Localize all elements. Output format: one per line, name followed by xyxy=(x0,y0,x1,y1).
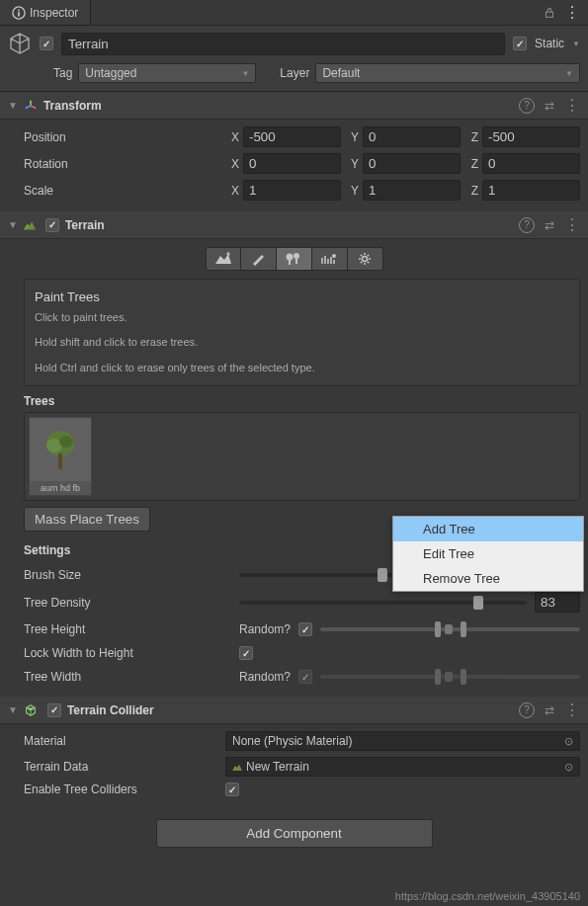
tree-name: aum hd fb xyxy=(39,481,82,495)
object-picker-icon[interactable]: ⊙ xyxy=(564,735,573,748)
lock-width-checkbox[interactable] xyxy=(239,646,253,660)
help-icon[interactable] xyxy=(519,217,535,233)
cube-icon xyxy=(8,32,32,55)
trees-label: Trees xyxy=(24,394,580,408)
tree-density-label: Tree Density xyxy=(24,596,231,610)
scale-y[interactable] xyxy=(363,180,461,201)
gameobject-name-input[interactable] xyxy=(61,33,505,55)
rotation-x[interactable] xyxy=(243,153,341,174)
terrain-icon xyxy=(24,220,36,230)
foldout-icon[interactable]: ▼ xyxy=(8,219,18,230)
enable-tree-colliders-label: Enable Tree Colliders xyxy=(24,782,221,796)
inspector-tab[interactable]: Inspector xyxy=(0,0,91,25)
add-component-button[interactable]: Add Component xyxy=(156,819,433,848)
scale-z[interactable] xyxy=(482,180,580,201)
gameobject-enable-checkbox[interactable] xyxy=(40,37,53,50)
help-icon[interactable] xyxy=(519,702,535,718)
terrain-toolbar xyxy=(0,239,588,279)
static-dropdown-arrow[interactable]: ▼ xyxy=(572,40,580,48)
watermark: https://blog.csdn.net/weixin_43905140 xyxy=(395,890,580,902)
svg-point-9 xyxy=(363,257,368,262)
tree-density-value[interactable] xyxy=(535,592,580,613)
scale-label: Scale xyxy=(24,184,221,198)
material-field[interactable]: None (Physic Material) ⊙ xyxy=(225,731,580,751)
tree-list: aum hd fb xyxy=(24,412,580,501)
foldout-icon[interactable]: ▼ xyxy=(8,100,18,111)
terrain-header[interactable]: ▼ Terrain xyxy=(0,211,588,239)
menu-icon[interactable] xyxy=(564,3,580,22)
terrain-title: Terrain xyxy=(65,218,513,232)
mass-place-trees-button[interactable]: Mass Place Trees xyxy=(24,507,150,532)
collider-enable-checkbox[interactable] xyxy=(47,703,61,717)
tab-title: Inspector xyxy=(30,6,78,20)
transform-icon xyxy=(24,99,38,113)
tree-width-range xyxy=(320,675,580,679)
position-y[interactable] xyxy=(363,126,461,147)
terrain-raise-tool[interactable] xyxy=(206,247,241,271)
box-collider-icon xyxy=(24,703,38,717)
preset-icon[interactable] xyxy=(545,703,554,717)
tree-height-label: Tree Height xyxy=(24,622,231,636)
svg-rect-5 xyxy=(289,260,291,265)
svg-rect-2 xyxy=(18,12,20,16)
layer-dropdown[interactable]: Default▼ xyxy=(315,63,580,83)
tag-dropdown[interactable]: Untagged▼ xyxy=(78,63,256,83)
static-checkbox[interactable] xyxy=(513,37,527,50)
context-add-tree[interactable]: Add Tree xyxy=(393,517,583,541)
tree-height-random-checkbox[interactable] xyxy=(298,622,312,636)
brush-size-label: Brush Size xyxy=(24,568,231,582)
collider-title: Terrain Collider xyxy=(67,703,513,717)
context-edit-tree[interactable]: Edit Tree xyxy=(393,541,583,566)
info-title: Paint Trees xyxy=(35,289,569,304)
component-menu-icon[interactable] xyxy=(564,215,580,234)
svg-point-4 xyxy=(287,254,294,261)
preset-icon[interactable] xyxy=(545,218,554,232)
lock-width-label: Lock Width to Height xyxy=(24,646,231,660)
tree-density-slider[interactable] xyxy=(239,601,527,605)
component-menu-icon[interactable] xyxy=(564,96,580,115)
preset-icon[interactable] xyxy=(545,99,554,113)
svg-point-8 xyxy=(332,254,336,258)
transform-title: Transform xyxy=(43,99,513,113)
position-label: Position xyxy=(24,130,221,144)
terrain-enable-checkbox[interactable] xyxy=(45,218,59,232)
svg-point-1 xyxy=(18,9,20,11)
terrain-data-field[interactable]: New Terrain ⊙ xyxy=(225,757,580,777)
help-icon[interactable] xyxy=(519,98,535,114)
scale-x[interactable] xyxy=(243,180,341,201)
rotation-label: Rotation xyxy=(24,157,221,171)
trees-tool[interactable] xyxy=(277,247,312,271)
info-icon xyxy=(12,6,26,20)
position-z[interactable] xyxy=(482,126,580,147)
tree-context-menu: Add Tree Edit Tree Remove Tree xyxy=(392,516,584,592)
tree-width-label: Tree Width xyxy=(24,670,231,684)
layer-label: Layer xyxy=(280,66,309,80)
position-x[interactable] xyxy=(243,126,341,147)
paint-trees-info: Paint Trees Click to paint trees. Hold s… xyxy=(24,279,580,386)
tree-height-range[interactable] xyxy=(320,627,580,631)
svg-rect-7 xyxy=(295,258,297,264)
transform-header[interactable]: ▼ Transform xyxy=(0,92,588,120)
tag-label: Tag xyxy=(53,66,72,80)
svg-rect-13 xyxy=(58,453,62,469)
terrain-data-label: Terrain Data xyxy=(24,760,221,774)
svg-rect-3 xyxy=(546,12,553,17)
tree-item[interactable]: aum hd fb xyxy=(29,417,92,496)
paint-tool[interactable] xyxy=(241,247,277,271)
lock-icon[interactable] xyxy=(543,6,556,20)
object-picker-icon[interactable]: ⊙ xyxy=(564,761,573,774)
material-label: Material xyxy=(24,734,221,748)
tree-thumbnail xyxy=(29,418,92,481)
svg-point-12 xyxy=(59,436,73,448)
foldout-icon[interactable]: ▼ xyxy=(8,704,18,715)
component-menu-icon[interactable] xyxy=(564,700,580,719)
static-label: Static xyxy=(535,37,564,50)
rotation-z[interactable] xyxy=(482,153,580,174)
context-remove-tree[interactable]: Remove Tree xyxy=(393,566,583,591)
rotation-y[interactable] xyxy=(363,153,461,174)
settings-tool[interactable] xyxy=(348,247,383,271)
enable-tree-colliders-checkbox[interactable] xyxy=(225,782,239,796)
tree-width-random-checkbox xyxy=(298,670,312,684)
details-tool[interactable] xyxy=(312,247,348,271)
terrain-collider-header[interactable]: ▼ Terrain Collider xyxy=(0,697,588,724)
